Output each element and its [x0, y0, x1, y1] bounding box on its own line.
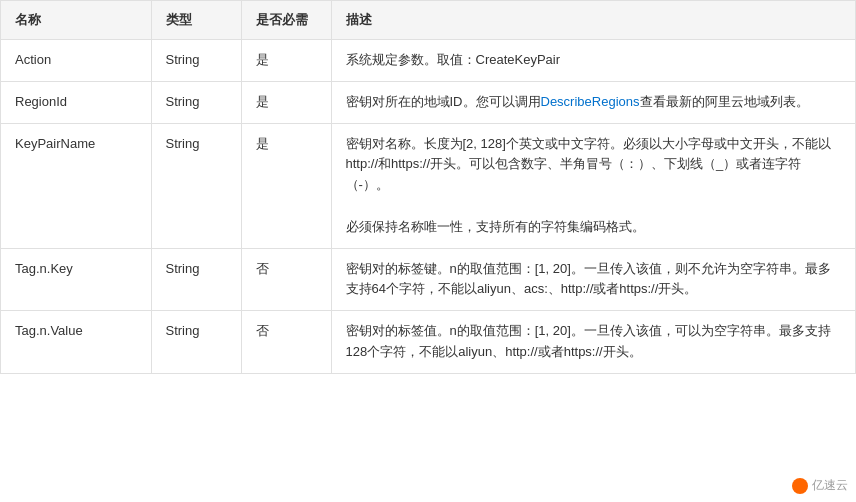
table-row: Tag.n.ValueString否密钥对的标签值。n的取值范围：[1, 20]…: [1, 311, 855, 373]
header-name: 名称: [1, 1, 151, 40]
cell-type: String: [151, 248, 241, 311]
cell-name: KeyPairName: [1, 123, 151, 248]
cell-description: 密钥对的标签值。n的取值范围：[1, 20]。一旦传入该值，可以为空字符串。最多…: [331, 311, 855, 373]
header-required: 是否必需: [241, 1, 331, 40]
cell-required: 是: [241, 81, 331, 123]
header-description: 描述: [331, 1, 855, 40]
table-row: Tag.n.KeyString否密钥对的标签键。n的取值范围：[1, 20]。一…: [1, 248, 855, 311]
description-text: 密钥对的标签键。n的取值范围：[1, 20]。一旦传入该值，则不允许为空字符串。…: [346, 261, 831, 297]
cell-required: 是: [241, 123, 331, 248]
description-text: 密钥对名称。长度为[2, 128]个英文或中文字符。必须以大小字母或中文开头，不…: [346, 136, 831, 193]
description-text: 系统规定参数。取值：CreateKeyPair: [346, 52, 561, 67]
cell-name: Tag.n.Key: [1, 248, 151, 311]
cell-required: 否: [241, 311, 331, 373]
table-row: RegionIdString是密钥对所在的地域ID。您可以调用DescribeR…: [1, 81, 855, 123]
cell-type: String: [151, 40, 241, 82]
cell-required: 否: [241, 248, 331, 311]
description-text: 必须保持名称唯一性，支持所有的字符集编码格式。: [346, 219, 645, 234]
description-text: 密钥对的标签值。n的取值范围：[1, 20]。一旦传入该值，可以为空字符串。最多…: [346, 323, 831, 359]
cell-type: String: [151, 311, 241, 373]
cell-description: 密钥对所在的地域ID。您可以调用DescribeRegions查看最新的阿里云地…: [331, 81, 855, 123]
api-params-table: 名称 类型 是否必需 描述 ActionString是系统规定参数。取值：Cre…: [0, 0, 856, 374]
cell-description: 密钥对名称。长度为[2, 128]个英文或中文字符。必须以大小字母或中文开头，不…: [331, 123, 855, 248]
cell-name: Action: [1, 40, 151, 82]
header-type: 类型: [151, 1, 241, 40]
cell-name: Tag.n.Value: [1, 311, 151, 373]
cell-description: 系统规定参数。取值：CreateKeyPair: [331, 40, 855, 82]
table-header-row: 名称 类型 是否必需 描述: [1, 1, 855, 40]
cell-type: String: [151, 81, 241, 123]
description-link[interactable]: DescribeRegions: [541, 94, 640, 109]
table-row: ActionString是系统规定参数。取值：CreateKeyPair: [1, 40, 855, 82]
cell-description: 密钥对的标签键。n的取值范围：[1, 20]。一旦传入该值，则不允许为空字符串。…: [331, 248, 855, 311]
cell-name: RegionId: [1, 81, 151, 123]
cell-required: 是: [241, 40, 331, 82]
table-row: KeyPairNameString是密钥对名称。长度为[2, 128]个英文或中…: [1, 123, 855, 248]
cell-type: String: [151, 123, 241, 248]
